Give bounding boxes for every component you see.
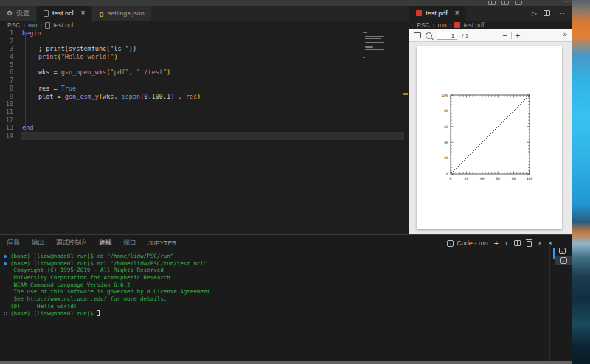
taskbar-edge (0, 361, 572, 364)
zoom-out-button[interactable]: − (502, 31, 507, 40)
indent-guide (25, 32, 26, 134)
tab-label: test.pdf (426, 10, 448, 17)
layout-panel-icon[interactable] (502, 1, 509, 5)
tab-test-pdf[interactable]: test.pdf × (409, 6, 466, 21)
panel-tab-ports[interactable]: 端口 (124, 235, 136, 251)
code-line-10[interactable]: 10 (0, 100, 409, 108)
panel-tab-bar: 问题 输出 调试控制台 终端 端口 JUPYTER (7, 235, 176, 251)
line-number: 3 (0, 45, 13, 53)
toolbar-overflow-icon[interactable]: » (563, 30, 567, 38)
terminal-line-9: (base) [lidw@node01 run]$ (0, 310, 546, 318)
panel-tab-terminal[interactable]: 终端 (100, 235, 112, 251)
code-line-2[interactable]: 2 (0, 38, 409, 46)
breadcrumb-item-file[interactable]: test.pdf (463, 21, 484, 29)
file-icon (45, 22, 50, 29)
editor-actions: ▷ ··· (532, 6, 572, 21)
chevron-right-icon: › (450, 22, 452, 29)
svg-text:40: 40 (445, 141, 449, 144)
terminal-scroll-indicator (553, 248, 555, 259)
kill-terminal-icon[interactable] (527, 241, 532, 247)
maximize-panel-icon[interactable]: ∧ (538, 240, 542, 247)
pdf-icon (416, 10, 422, 16)
code-line-8[interactable]: 8res = True (0, 85, 409, 93)
pdf-page: 020406080100020406080100 (417, 46, 562, 229)
terminal-icon: › (560, 257, 567, 264)
line-number: 11 (0, 108, 13, 116)
terminal-text: (base) [lidw@node01 run]$ (10, 310, 97, 317)
code-line-12[interactable]: 12 (0, 116, 409, 125)
terminal-viewport[interactable]: (base) [lidw@node01 run]$ cd "/home/lidw… (0, 253, 546, 360)
breadcrumb-item-file[interactable]: test.ncl (53, 21, 73, 29)
run-icon[interactable]: ▷ (532, 10, 537, 17)
svg-text:20: 20 (445, 156, 449, 160)
code-lines: 1begin23; print(systemfunc("ls "))4print… (0, 29, 409, 140)
command-decoration-icon[interactable] (4, 262, 7, 265)
breadcrumb-item-psc[interactable]: PSC (7, 21, 20, 29)
code-line-3[interactable]: 3; print(systemfunc("ls ")) (0, 45, 409, 53)
more-actions-icon[interactable]: ··· (557, 10, 566, 17)
breadcrumb-item-run[interactable]: run (437, 21, 446, 29)
panel-tab-jupyter[interactable]: JUPYTER (148, 235, 177, 251)
page-number-input[interactable]: 1 (437, 32, 457, 40)
panel-tab-problems[interactable]: 问题 (7, 235, 20, 251)
pdf-sidebar-toggle-icon[interactable] (414, 32, 421, 38)
zoom-in-button[interactable]: + (516, 31, 520, 40)
svg-text:100: 100 (442, 94, 449, 97)
svg-text:80: 80 (512, 177, 516, 181)
terminal-text: The use of this software is governed by … (10, 288, 213, 295)
chevron-down-icon[interactable]: ∨ (504, 240, 508, 246)
chevron-right-icon: › (433, 22, 435, 29)
terminal-cursor (97, 310, 100, 316)
code-line-14[interactable]: 14 (0, 132, 409, 140)
panel-tab-debug-console[interactable]: 调试控制台 (56, 235, 88, 251)
line-number: 10 (0, 100, 13, 108)
close-icon[interactable]: × (455, 10, 459, 17)
command-decoration-icon[interactable] (4, 312, 7, 315)
terminal-instance-1[interactable]: › (557, 247, 567, 255)
pdf-viewer[interactable]: 020406080100020406080100 (409, 42, 572, 234)
search-icon[interactable] (426, 32, 432, 39)
vscode-window: ··· ⚙ 设置 test.ncl × {} settings.json (0, 0, 590, 364)
tab-settings-ui[interactable]: ⚙ 设置 (0, 6, 37, 21)
editor-group: ⚙ 设置 test.ncl × {} settings.json PSC › r… (0, 6, 409, 234)
panel-tab-output[interactable]: 输出 (32, 235, 44, 251)
tab-settings-json[interactable]: {} settings.json (92, 6, 151, 21)
pdf-tab-bar: test.pdf × ▷ ··· (409, 6, 572, 21)
svg-text:0: 0 (446, 172, 448, 176)
code-line-6[interactable]: 6wks = gsn_open_wks("pdf", "./test") (0, 69, 409, 77)
line-number: 2 (0, 38, 13, 46)
code-line-1[interactable]: 1begin (0, 29, 409, 38)
code-line-5[interactable]: 5 (0, 61, 409, 69)
line-number: 1 (0, 29, 13, 38)
pdf-toolbar: 1 / 1 − + » (409, 29, 572, 42)
layout-secondary-sidebar-icon[interactable] (515, 1, 522, 5)
close-icon[interactable]: × (81, 10, 86, 17)
titlebar-more-icon[interactable]: ··· (563, 0, 572, 5)
breadcrumb-item-run[interactable]: run (28, 21, 37, 29)
tab-label: 设置 (16, 9, 30, 18)
minimap-line (365, 42, 384, 43)
terminal-text: See http://www.ncl.ucar.edu/ for more de… (10, 295, 167, 302)
layout-sidebar-icon[interactable] (488, 1, 496, 5)
code-line-13[interactable]: 13end (0, 124, 409, 132)
minimap-line (363, 32, 367, 33)
code-editor[interactable]: 1begin23; print(systemfunc("ls "))4print… (0, 29, 409, 234)
pdf-preview-group: test.pdf × ▷ ··· PSC › run › test.pdf (409, 6, 572, 234)
code-line-4[interactable]: 4print("Hello world!") (0, 53, 409, 61)
chevron-right-icon: › (40, 22, 42, 29)
split-editor-icon[interactable] (544, 10, 550, 16)
code-line-7[interactable]: 7 (0, 77, 409, 85)
active-shell-badge[interactable]: › Code - run (447, 239, 488, 247)
command-decoration-icon[interactable] (4, 255, 7, 258)
minimap[interactable] (363, 32, 384, 61)
tab-test-ncl[interactable]: test.ncl × (37, 6, 92, 21)
terminal-instance-2-selected[interactable]: › (555, 256, 572, 265)
split-terminal-icon[interactable] (514, 240, 521, 246)
breadcrumb-item-psc[interactable]: PSC (417, 21, 429, 29)
new-terminal-icon[interactable]: + (494, 239, 499, 248)
terminal-icon: › (447, 240, 454, 247)
file-icon (44, 10, 49, 17)
code-line-9[interactable]: 9plot = gsn_csm_y(wks, ispan(0,100,1) , … (0, 93, 409, 101)
code-line-11[interactable]: 11 (0, 108, 409, 116)
svg-text:40: 40 (480, 177, 485, 181)
